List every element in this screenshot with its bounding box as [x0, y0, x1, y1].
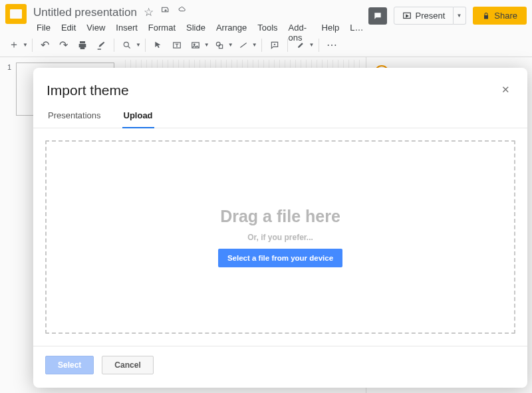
upload-dropzone[interactable]: Drag a file here Or, if you prefer... Se… — [45, 140, 515, 334]
dropzone-title: Drag a file here — [220, 207, 340, 226]
tab-presentations[interactable]: Presentations — [47, 106, 102, 128]
select-file-button[interactable]: Select a file from your device — [218, 249, 342, 267]
dialog-close-button[interactable]: ✕ — [500, 82, 511, 97]
dialog-tabs: Presentations Upload — [33, 106, 527, 128]
select-button[interactable]: Select — [45, 356, 94, 374]
cancel-button[interactable]: Cancel — [102, 356, 153, 374]
tab-upload[interactable]: Upload — [122, 106, 154, 128]
dropzone-subtitle: Or, if you prefer... — [247, 233, 313, 242]
dialog-title: Import theme — [47, 82, 129, 98]
import-theme-dialog: Import theme ✕ Presentations Upload Drag… — [33, 68, 527, 388]
